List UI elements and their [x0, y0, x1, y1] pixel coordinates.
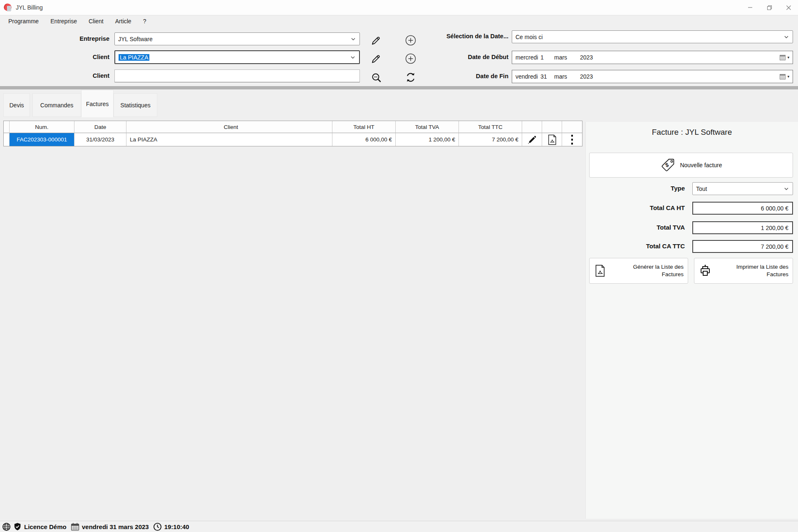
title-bar: JYL Billing: [0, 0, 798, 15]
total-ca-ttc-field: 7 200,00 €: [692, 240, 793, 253]
svg-text:$: $: [665, 161, 670, 168]
invoice-total-ttc-cell[interactable]: 7 200,00 €: [459, 133, 522, 146]
row-pdf-button[interactable]: [542, 133, 562, 146]
col-header-num[interactable]: Num.: [10, 121, 74, 133]
tab-strip: Devis Commandes Factures Statistiques: [0, 89, 798, 121]
client-select-label: Client: [25, 54, 109, 60]
col-header-total-ht[interactable]: Total HT: [332, 121, 396, 133]
date-preset-label: Sélection de la Date...: [391, 33, 508, 40]
pencil-icon: [527, 135, 537, 145]
total-tva-label: Total TVA: [593, 224, 685, 231]
chevron-down-icon: [350, 36, 356, 42]
entreprise-value: JYL Software: [118, 36, 153, 42]
type-label: Type: [593, 185, 685, 192]
client-edit-button[interactable]: [369, 53, 382, 65]
status-bar: Licence Démo vendredi 31 mars 2023 19:10…: [0, 521, 798, 532]
menu-entreprise[interactable]: Entreprise: [45, 18, 83, 25]
date-start-month: mars: [554, 54, 580, 61]
type-select[interactable]: Tout: [692, 182, 793, 195]
detail-panel-title: Facture : JYL Software: [586, 128, 798, 137]
col-header-pdf: [542, 121, 562, 133]
row-header-cell[interactable]: [4, 133, 10, 146]
chevron-down-icon: [783, 34, 789, 40]
invoice-client-cell[interactable]: La PIAZZA: [126, 133, 332, 146]
date-end-year: 2023: [580, 73, 593, 80]
col-header-edit: [522, 121, 542, 133]
search-icon[interactable]: [370, 72, 383, 84]
entreprise-edit-button[interactable]: [369, 35, 382, 47]
new-invoice-label: Nouvelle facture: [680, 162, 722, 168]
printer-icon: [699, 264, 712, 277]
menu-article[interactable]: Article: [109, 18, 137, 25]
close-button[interactable]: [779, 0, 798, 15]
tab-factures[interactable]: Factures: [81, 90, 114, 117]
date-end-day: 31: [540, 73, 554, 80]
generate-invoice-list-label: Générer la Liste des Factures: [610, 263, 684, 278]
app-window: JYL Billing Programme Entreprise Client …: [0, 0, 798, 532]
col-header-menu: [562, 121, 582, 133]
chevron-down-icon: [783, 186, 789, 192]
client-search-label: Client: [25, 72, 109, 79]
tab-commandes[interactable]: Commandes: [32, 93, 81, 117]
restore-button[interactable]: [760, 0, 779, 15]
type-value: Tout: [696, 186, 707, 192]
row-header-cell: [4, 121, 10, 133]
price-tag-icon: $: [660, 157, 676, 173]
total-tva-field: 1 200,00 €: [692, 221, 793, 234]
status-date-text: vendredi 31 mars 2023: [82, 523, 149, 530]
tab-devis[interactable]: Devis: [3, 93, 30, 117]
filter-area: Entreprise JYL Software Client La PIAZZA…: [0, 27, 798, 86]
status-time-text: 19:10:40: [164, 523, 189, 530]
minimize-button[interactable]: [741, 0, 760, 15]
invoice-total-ht-cell[interactable]: 6 000,00 €: [332, 133, 396, 146]
client-select-value: La PIAZZA: [119, 54, 149, 61]
col-header-total-ttc[interactable]: Total TTC: [459, 121, 522, 133]
date-start-field[interactable]: mercredi 1 mars 2023 ▼: [512, 51, 793, 64]
invoice-total-tva-cell[interactable]: 1 200,00 €: [396, 133, 459, 146]
kebab-icon: [571, 134, 573, 145]
license-text: Licence Démo: [24, 523, 67, 530]
menu-client[interactable]: Client: [83, 18, 109, 25]
entreprise-label: Entreprise: [25, 35, 109, 42]
date-end-field[interactable]: vendredi 31 mars 2023 ▼: [512, 70, 793, 83]
generate-invoice-list-button[interactable]: Générer la Liste des Factures: [589, 258, 688, 284]
print-invoice-list-label: Imprimer la Liste des Factures: [716, 263, 788, 278]
date-start-year: 2023: [580, 54, 593, 61]
date-preset-select[interactable]: Ce mois ci: [512, 30, 793, 43]
client-search-input[interactable]: [114, 69, 360, 82]
col-header-total-tva[interactable]: Total TVA: [396, 121, 459, 133]
menu-bar: Programme Entreprise Client Article ?: [0, 15, 798, 27]
invoice-date-cell[interactable]: 31/03/2023: [74, 133, 126, 146]
shield-check-icon: [13, 522, 22, 531]
detail-panel: Facture : JYL Software $ Nouvelle factur…: [585, 122, 798, 519]
menu-programme[interactable]: Programme: [2, 18, 45, 25]
entreprise-select[interactable]: JYL Software: [114, 32, 360, 45]
date-end-month: mars: [554, 73, 580, 80]
calendar-dropdown-icon[interactable]: ▼: [779, 73, 790, 80]
menu-help[interactable]: ?: [137, 18, 152, 25]
new-invoice-button[interactable]: $ Nouvelle facture: [589, 153, 793, 178]
date-end-weekday: vendredi: [515, 73, 540, 80]
row-menu-button[interactable]: [562, 133, 582, 146]
total-ca-ht-field: 6 000,00 €: [692, 202, 793, 215]
window-title: JYL Billing: [16, 4, 43, 11]
invoice-table: Num. Date Client Total HT Total TVA Tota…: [3, 121, 582, 146]
print-invoice-list-button[interactable]: Imprimer la Liste des Factures: [694, 258, 793, 284]
tab-statistiques[interactable]: Statistiques: [114, 93, 157, 117]
col-header-client[interactable]: Client: [126, 121, 332, 133]
date-end-label: Date de Fin: [391, 73, 508, 79]
chevron-down-icon: [350, 54, 356, 60]
invoice-num-cell[interactable]: FAC202303-000001: [10, 133, 74, 146]
date-start-label: Date de Début: [391, 54, 508, 60]
invoice-row: FAC202303-000001 31/03/2023 La PIAZZA 6 …: [4, 133, 582, 146]
row-edit-button[interactable]: [522, 133, 542, 146]
calendar-icon: [71, 522, 79, 531]
pdf-file-icon: [594, 264, 606, 277]
invoice-table-header: Num. Date Client Total HT Total TVA Tota…: [4, 121, 582, 133]
pdf-file-icon: [547, 134, 558, 146]
total-ca-ttc-label: Total CA TTC: [593, 242, 685, 250]
col-header-date[interactable]: Date: [74, 121, 126, 133]
client-select[interactable]: La PIAZZA: [114, 50, 360, 64]
section-divider: [0, 86, 798, 89]
calendar-dropdown-icon[interactable]: ▼: [779, 54, 790, 61]
